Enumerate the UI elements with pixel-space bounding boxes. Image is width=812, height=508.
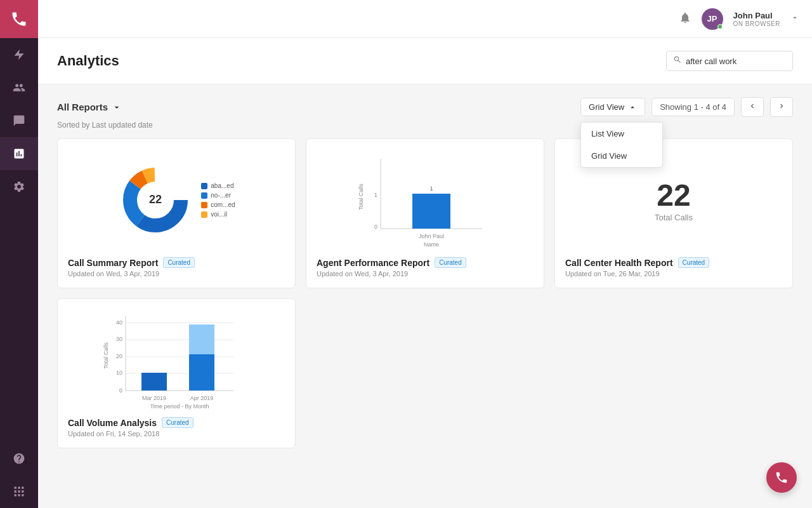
updated-text: Updated on Fri, 14 Sep, 2018	[68, 430, 285, 438]
legend-item-no-answer: no-...er	[201, 192, 235, 199]
phone-fab-button[interactable]	[766, 462, 797, 493]
list-view-option[interactable]: List View	[581, 123, 662, 145]
prev-page-button[interactable]	[741, 97, 764, 117]
report-name: Call Summary Report Curated	[68, 257, 285, 268]
svg-text:40: 40	[116, 319, 122, 326]
report-name: Call Volume Analysis Curated	[68, 417, 285, 428]
big-number-label: Total Calls	[655, 213, 693, 222]
phone-fab-icon	[775, 471, 789, 485]
view-dropdown-menu: List View Grid View	[580, 122, 663, 168]
lightning-icon	[13, 48, 25, 61]
donut-container: 22 aba...ed no-...er	[117, 162, 235, 238]
sidebar-bottom	[0, 442, 38, 508]
legend-dot-abandoned	[201, 183, 207, 189]
contacts-icon	[13, 81, 25, 94]
chevron-left-icon	[748, 102, 757, 110]
donut-legend: aba...ed no-...er com...ed	[201, 182, 235, 218]
report-card-footer-call-summary: Call Summary Report Curated Updated on W…	[68, 257, 285, 277]
svg-text:0: 0	[119, 387, 122, 394]
svg-text:20: 20	[116, 353, 122, 359]
help-icon	[13, 452, 25, 465]
report-card-agent-performance[interactable]: 0 1 1 John Paul Total Calls Name	[306, 138, 544, 288]
sidebar-item-grid[interactable]	[0, 475, 38, 508]
report-title: Call Center Health Report	[565, 258, 673, 268]
svg-text:22: 22	[149, 193, 162, 206]
sidebar-item-lightning[interactable]	[0, 38, 38, 71]
svg-text:Name: Name	[424, 241, 439, 248]
search-box[interactable]	[666, 51, 793, 71]
updated-text: Updated on Wed, 3 Apr, 2019	[68, 270, 285, 277]
updated-text: Updated on Wed, 3 Apr, 2019	[317, 270, 534, 277]
all-reports-filter[interactable]: All Reports	[57, 102, 122, 112]
legend-dot-no-answer	[201, 192, 207, 199]
report-card-call-summary[interactable]: 22 aba...ed no-...er	[57, 138, 296, 288]
user-dropdown-chevron[interactable]	[790, 13, 799, 25]
svg-text:1: 1	[429, 185, 433, 192]
sidebar-item-conversations[interactable]	[0, 104, 38, 137]
curated-badge: Curated	[162, 417, 193, 428]
sidebar	[0, 0, 38, 508]
reports-grid-row1: 22 aba...ed no-...er	[57, 138, 793, 288]
analytics-header: Analytics	[38, 38, 812, 84]
report-title: Call Volume Analysis	[68, 418, 157, 428]
svg-rect-27	[189, 354, 214, 391]
online-status-dot	[717, 24, 723, 29]
curated-badge: Curated	[163, 257, 195, 268]
grid-view-label: Grid View	[589, 102, 624, 112]
conversations-icon	[13, 114, 25, 127]
bar-chart-area-agent: 0 1 1 John Paul Total Calls Name	[317, 149, 534, 251]
content-area: Analytics All Reports	[38, 38, 812, 508]
grid-view-arrow-icon	[628, 103, 637, 112]
svg-text:Apr 2019: Apr 2019	[190, 395, 214, 401]
svg-rect-10	[412, 194, 450, 229]
svg-text:Mar 2019: Mar 2019	[142, 395, 166, 401]
search-icon	[673, 55, 682, 67]
legend-item-completed: com...ed	[201, 201, 235, 208]
grid-view-option[interactable]: Grid View	[581, 145, 662, 167]
svg-rect-28	[189, 324, 214, 354]
curated-badge: Curated	[435, 257, 466, 268]
svg-text:Time period - By Month: Time period - By Month	[150, 403, 209, 410]
sidebar-item-settings[interactable]	[0, 170, 38, 203]
avatar: JP	[702, 8, 723, 30]
report-name: Call Center Health Report Curated	[565, 257, 782, 268]
svg-text:John Paul: John Paul	[419, 233, 444, 239]
legend-dot-voicemail	[201, 211, 207, 218]
legend-dot-completed	[201, 202, 207, 208]
notifications-icon[interactable]	[679, 11, 691, 27]
updated-text: Updated on Tue, 26 Mar, 2019	[565, 270, 782, 277]
all-reports-label: All Reports	[57, 102, 108, 112]
reports-toolbar: All Reports Grid View	[57, 97, 793, 117]
next-page-button[interactable]	[770, 97, 793, 117]
dropdown-arrow-icon	[112, 102, 122, 112]
grid-view-dropdown-container: Grid View List View Grid View	[580, 98, 645, 116]
sidebar-item-analytics[interactable]	[0, 137, 38, 170]
topbar-right: JP John Paul ON BROWSER	[679, 8, 799, 30]
svg-text:30: 30	[116, 336, 122, 342]
svg-text:Total Calls: Total Calls	[103, 342, 109, 368]
phone-icon	[10, 10, 28, 28]
analytics-icon	[13, 147, 25, 160]
page-title: Analytics	[57, 53, 119, 69]
donut-chart-svg: 22	[117, 162, 193, 238]
reports-section: All Reports Grid View	[38, 84, 812, 461]
topbar: JP John Paul ON BROWSER	[38, 0, 812, 38]
sidebar-item-contacts[interactable]	[0, 71, 38, 104]
search-input[interactable]	[686, 57, 786, 66]
sorted-label: Sorted by Last updated date	[57, 121, 793, 130]
report-card-footer-volume: Call Volume Analysis Curated Updated on …	[68, 417, 285, 438]
grid-icon	[13, 485, 25, 498]
sidebar-logo[interactable]	[0, 0, 38, 38]
sidebar-item-help[interactable]	[0, 442, 38, 475]
report-name: Agent Performance Report Curated	[317, 257, 534, 268]
settings-icon	[13, 180, 25, 193]
grid-view-button[interactable]: Grid View	[580, 98, 645, 116]
report-card-footer-agent: Agent Performance Report Curated Updated…	[317, 257, 534, 277]
report-card-call-volume[interactable]: 0 10 20 30 40	[57, 298, 296, 448]
svg-text:Total Calls: Total Calls	[358, 184, 364, 210]
svg-text:1: 1	[374, 192, 377, 198]
user-status: ON BROWSER	[733, 20, 780, 27]
showing-count: Showing 1 - 4 of 4	[652, 98, 735, 116]
legend-item-abandoned: aba...ed	[201, 182, 235, 189]
svg-rect-26	[141, 373, 167, 391]
